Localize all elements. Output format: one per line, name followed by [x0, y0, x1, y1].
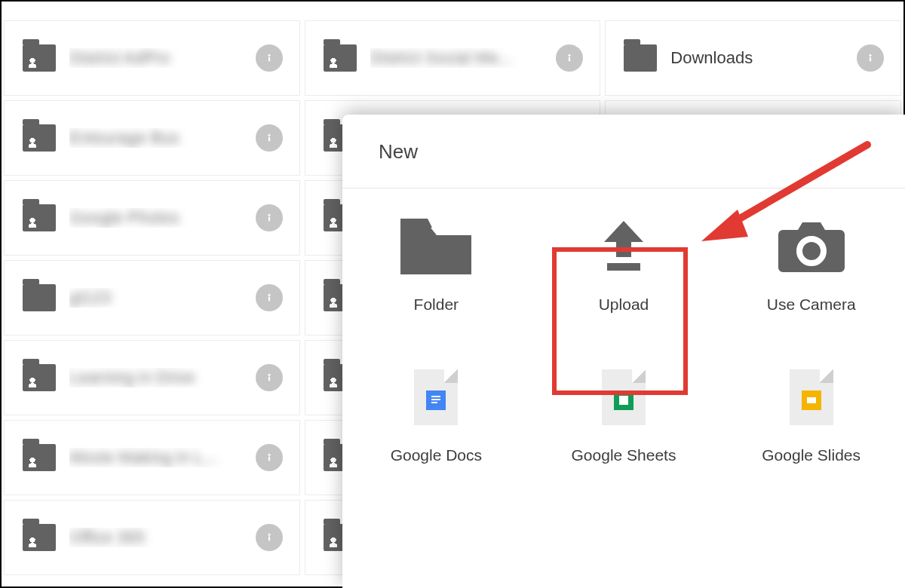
folder-cell[interactable]: Learning in Drive	[5, 341, 299, 415]
folder-cell[interactable]: Downloads	[606, 21, 900, 95]
shared-folder-icon	[23, 204, 56, 231]
folder-name: Office 365	[69, 528, 256, 547]
svg-rect-44	[807, 397, 816, 403]
info-button[interactable]	[857, 44, 884, 72]
option-google-sheets[interactable]: Google Sheets	[530, 365, 718, 516]
app-frame: District AdProDistrict Social Me...Downl…	[0, 0, 905, 588]
option-label: Google Slides	[762, 446, 861, 464]
folder-name: Learning in Drive	[69, 368, 256, 387]
folder-cell[interactable]: gt123	[5, 261, 299, 335]
folder-cell[interactable]: Google Photos	[5, 181, 299, 255]
svg-rect-42	[607, 263, 640, 271]
svg-point-4	[869, 54, 871, 57]
folder-cell[interactable]: Entourage Bus	[5, 101, 299, 175]
modal-title: New	[342, 115, 905, 188]
upload-icon	[594, 214, 654, 279]
option-camera[interactable]: Use Camera	[717, 214, 905, 365]
folder-cell[interactable]: Movie Making in L...	[5, 421, 299, 495]
info-button[interactable]	[556, 44, 583, 72]
modal-options: Folder Upload Use Camera Google Docs	[342, 188, 905, 516]
info-button[interactable]	[256, 524, 283, 551]
option-upload[interactable]: Upload	[530, 214, 718, 365]
option-folder[interactable]: Folder	[342, 214, 530, 365]
shared-folder-icon	[23, 444, 56, 471]
svg-rect-37	[268, 537, 270, 541]
info-button[interactable]	[256, 444, 283, 471]
option-google-docs[interactable]: Google Docs	[342, 365, 530, 516]
folder-name: Movie Making in L...	[69, 448, 256, 467]
svg-point-18	[268, 294, 270, 296]
folder-icon	[23, 284, 56, 311]
svg-rect-13	[268, 217, 270, 222]
shared-folder-icon	[23, 44, 56, 72]
svg-point-0	[268, 54, 270, 57]
folder-icon	[400, 214, 471, 279]
svg-rect-1	[268, 57, 270, 62]
svg-rect-5	[870, 57, 871, 62]
svg-point-30	[268, 454, 270, 456]
option-google-slides[interactable]: Google Slides	[717, 365, 905, 516]
folder-name: gt123	[69, 288, 256, 308]
shared-folder-icon	[324, 44, 357, 72]
google-slides-icon	[790, 365, 833, 430]
folder-name: District AdPro	[69, 48, 256, 68]
folder-name: Google Photos	[69, 208, 256, 228]
info-button[interactable]	[256, 124, 283, 152]
info-button[interactable]	[256, 44, 283, 72]
info-button[interactable]	[256, 284, 283, 311]
svg-rect-25	[268, 377, 270, 381]
option-label: Google Sheets	[572, 446, 676, 464]
svg-rect-19	[268, 297, 270, 302]
option-label: Use Camera	[767, 296, 856, 314]
svg-point-2	[569, 54, 571, 57]
info-button[interactable]	[256, 364, 283, 391]
camera-icon	[775, 214, 848, 279]
folder-name: District Social Me...	[370, 48, 557, 68]
option-label: Google Docs	[391, 446, 482, 464]
option-label: Upload	[599, 296, 649, 314]
folder-cell[interactable]: Office 365	[5, 501, 299, 574]
folder-icon	[624, 44, 657, 72]
new-modal: New Folder Upload Use Camera	[342, 115, 905, 588]
svg-rect-3	[569, 57, 570, 62]
shared-folder-icon	[23, 124, 56, 152]
option-label: Folder	[414, 296, 459, 314]
folder-cell[interactable]: District Social Me...	[305, 21, 600, 95]
folder-cell[interactable]: District AdPro	[5, 21, 299, 95]
info-button[interactable]	[256, 204, 283, 231]
svg-rect-31	[268, 457, 270, 461]
svg-point-24	[268, 374, 270, 376]
google-sheets-icon	[602, 365, 646, 430]
svg-point-12	[268, 214, 270, 216]
google-docs-icon	[414, 365, 458, 430]
shared-folder-icon	[23, 524, 56, 551]
svg-rect-7	[268, 137, 270, 142]
shared-folder-icon	[23, 364, 56, 391]
folder-name: Entourage Bus	[69, 128, 256, 148]
svg-point-36	[268, 534, 270, 536]
folder-name: Downloads	[670, 48, 857, 68]
svg-point-6	[268, 134, 270, 136]
